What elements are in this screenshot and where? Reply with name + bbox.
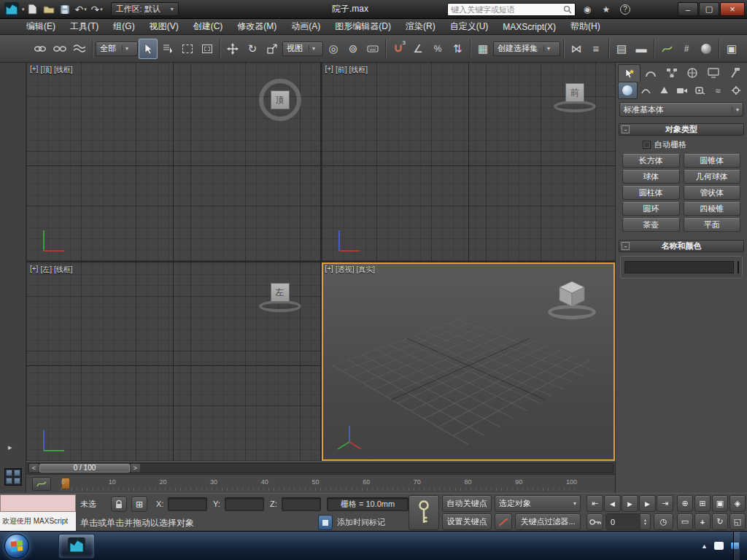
save-file-button[interactable] [57,2,73,17]
add-time-tag-button[interactable]: 添加时间标记 [337,517,385,528]
next-frame-button[interactable]: ▶ [639,495,656,512]
primitive-category-dropdown[interactable]: 标准基本体 ▾ [619,102,743,117]
render-setup-button[interactable]: ▣ [722,39,741,59]
previous-frame-button[interactable]: ◀ [604,495,621,512]
next-frame-arrow[interactable]: > [131,464,140,472]
open-file-button[interactable] [41,2,57,17]
play-button[interactable]: ► [622,495,638,512]
spinner-snap-button[interactable]: ⇅ [448,39,467,59]
time-tag-icon[interactable] [318,515,333,530]
tab-create[interactable] [618,64,640,82]
chevron-down-icon[interactable]: ▾ [100,7,103,12]
category-geometry[interactable] [618,82,638,99]
rendered-frame-button[interactable]: ◈ [742,39,747,59]
show-desktop-button[interactable] [733,532,740,560]
y-coordinate-input[interactable] [225,497,264,511]
menu-item-group[interactable]: 组(G) [106,19,142,34]
selection-region-button[interactable] [178,39,197,59]
expand-arrow-icon[interactable]: ▸ [8,443,12,452]
category-shapes[interactable] [638,82,656,99]
viewcube-face[interactable]: 顶 [271,90,290,109]
default-tangents-button[interactable] [495,513,512,530]
tab-modify[interactable] [640,64,662,82]
percent-snap-button[interactable]: % [428,39,447,59]
angle-snap-button[interactable]: ∠ [409,39,427,59]
goto-start-button[interactable]: ⇤ [587,495,603,512]
viewport-menu-button[interactable]: [+] [325,265,333,275]
track-bar[interactable]: 0 10 20 30 40 50 60 70 80 90 100 [26,474,615,493]
open-mini-curve-editor-button[interactable] [32,477,51,491]
tab-motion[interactable] [682,64,703,82]
viewport-pov-label[interactable]: [左] [40,265,52,275]
current-frame-value[interactable]: 0 [606,514,640,529]
previous-frame-arrow[interactable]: < [29,464,39,472]
viewport-perspective[interactable]: [+] [透视] [真实] [322,262,616,461]
viewport-layout-tab-button[interactable] [0,461,26,493]
menu-item-rendering[interactable]: 渲染(R) [398,19,443,34]
primitive-torus-button[interactable]: 圆环 [622,202,680,216]
start-button[interactable] [4,534,29,559]
spinner-down-icon[interactable]: ▾ [644,522,646,526]
redo-button[interactable]: ↷▾ [89,2,105,17]
select-manipulate-button[interactable]: ⊚ [344,39,363,59]
select-rotate-button[interactable]: ↻ [243,39,262,59]
primitive-cylinder-button[interactable]: 圆柱体 [622,186,680,200]
search-icon[interactable] [563,5,572,14]
viewcube-face[interactable]: 前 [565,83,584,102]
use-pivot-center-button[interactable]: ◎ [324,39,343,59]
viewcube-compass-ring[interactable] [259,300,301,312]
ribbon-toggle-button[interactable]: ▬ [632,39,651,59]
category-systems[interactable] [727,82,745,99]
viewcube-face[interactable]: 左 [271,283,290,302]
menu-item-edit[interactable]: 编辑(E) [19,19,63,34]
tab-hierarchy[interactable] [661,64,682,82]
viewcube[interactable]: 顶 [259,79,301,121]
primitive-plane-button[interactable]: 平面 [684,218,741,232]
align-button[interactable]: ≡ [587,39,605,59]
x-coordinate-input[interactable] [168,497,207,511]
autogrid-checkbox[interactable] [643,141,651,149]
viewport-shading-label[interactable]: [线框] [54,265,73,275]
select-by-name-button[interactable] [158,39,177,59]
snaps-toggle-button[interactable]: 3 [389,39,408,59]
window-crossing-button[interactable] [198,39,217,59]
keyboard-override-button[interactable] [363,39,382,59]
menu-item-create[interactable]: 创建(C) [186,19,231,34]
select-move-button[interactable] [223,39,242,59]
tray-notification-icon[interactable] [714,542,724,550]
close-button[interactable]: × [720,2,745,16]
zoom-extents-button[interactable]: ▣ [712,495,728,512]
object-color-swatch[interactable] [738,261,739,273]
tray-expand-icon[interactable]: ▲ [701,542,708,550]
viewport-menu-button[interactable]: [+] [325,65,333,75]
viewcube[interactable]: 前 [554,79,596,112]
maxscript-macro-recorder-pane[interactable] [0,494,76,512]
unlink-selection-button[interactable] [50,39,69,59]
viewcube[interactable]: 左 [259,279,301,312]
tab-utilities[interactable] [724,64,745,82]
layer-manager-button[interactable]: ▤ [612,39,631,59]
viewport-menu-button[interactable]: [+] [30,65,38,75]
menu-item-views[interactable]: 视图(V) [142,19,186,34]
bind-to-spacewarp-button[interactable] [70,39,89,59]
current-frame-spinner[interactable]: 0 ▴▾ [605,513,651,530]
viewport-shading-label[interactable]: [线框] [54,65,73,75]
search-box[interactable] [447,3,576,16]
key-mode-toggle-button[interactable] [587,513,603,530]
search-input[interactable] [451,5,561,14]
collapse-minus-icon[interactable]: - [622,242,630,250]
mirror-button[interactable]: ⋈ [567,39,586,59]
selection-filter-dropdown[interactable]: 全部▾ [96,42,138,56]
pan-button[interactable]: + [694,513,711,530]
schematic-view-button[interactable]: # [677,39,696,59]
time-slider[interactable]: < 0 / 100 > [28,463,614,473]
select-scale-button[interactable] [263,39,282,59]
edit-named-sets-button[interactable]: ▦ [473,39,492,59]
workspace-dropdown[interactable]: 工作区: 默认 ▾ [111,2,179,16]
help-icon[interactable]: ? [618,3,632,16]
chevron-down-icon[interactable]: ▾ [22,7,25,12]
primitive-teapot-button[interactable]: 茶壶 [622,218,680,232]
object-type-rollout-header[interactable]: - 对象类型 [619,123,744,136]
chevron-down-icon[interactable]: ▾ [84,7,87,12]
category-lights[interactable] [655,82,673,99]
